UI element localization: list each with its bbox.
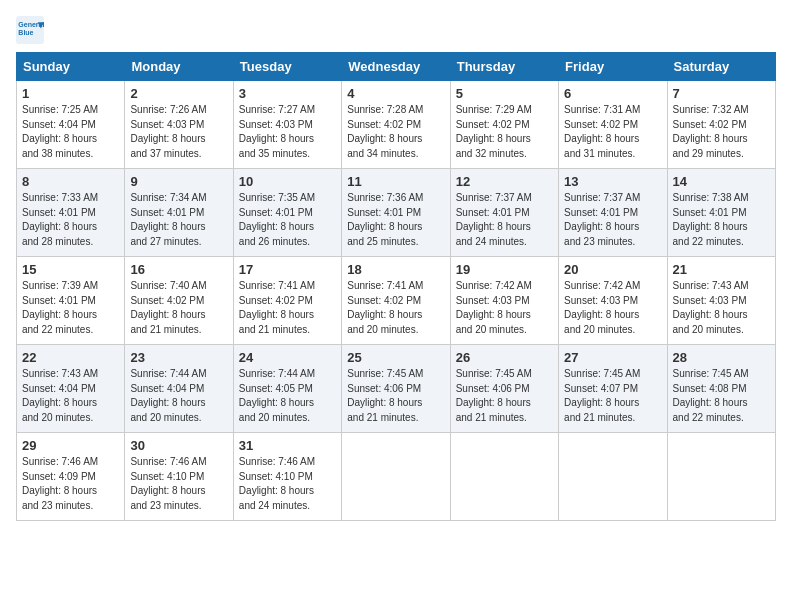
calendar-cell: 7Sunrise: 7:32 AMSunset: 4:02 PMDaylight…: [667, 81, 775, 169]
calendar-cell: 9Sunrise: 7:34 AMSunset: 4:01 PMDaylight…: [125, 169, 233, 257]
calendar-cell: 3Sunrise: 7:27 AMSunset: 4:03 PMDaylight…: [233, 81, 341, 169]
day-info: Sunrise: 7:32 AMSunset: 4:02 PMDaylight:…: [673, 103, 770, 161]
day-info: Sunrise: 7:45 AMSunset: 4:06 PMDaylight:…: [456, 367, 553, 425]
day-number: 23: [130, 350, 227, 365]
day-number: 10: [239, 174, 336, 189]
calendar-cell: 8Sunrise: 7:33 AMSunset: 4:01 PMDaylight…: [17, 169, 125, 257]
day-number: 28: [673, 350, 770, 365]
day-number: 19: [456, 262, 553, 277]
calendar-cell: 6Sunrise: 7:31 AMSunset: 4:02 PMDaylight…: [559, 81, 667, 169]
calendar-cell: 27Sunrise: 7:45 AMSunset: 4:07 PMDayligh…: [559, 345, 667, 433]
calendar-cell: 12Sunrise: 7:37 AMSunset: 4:01 PMDayligh…: [450, 169, 558, 257]
day-info: Sunrise: 7:37 AMSunset: 4:01 PMDaylight:…: [564, 191, 661, 249]
day-number: 18: [347, 262, 444, 277]
day-number: 9: [130, 174, 227, 189]
header-monday: Monday: [125, 53, 233, 81]
calendar-cell: 24Sunrise: 7:44 AMSunset: 4:05 PMDayligh…: [233, 345, 341, 433]
day-number: 7: [673, 86, 770, 101]
calendar-cell: [559, 433, 667, 521]
day-number: 4: [347, 86, 444, 101]
calendar-cell: 14Sunrise: 7:38 AMSunset: 4:01 PMDayligh…: [667, 169, 775, 257]
day-info: Sunrise: 7:29 AMSunset: 4:02 PMDaylight:…: [456, 103, 553, 161]
header-thursday: Thursday: [450, 53, 558, 81]
calendar-cell: 10Sunrise: 7:35 AMSunset: 4:01 PMDayligh…: [233, 169, 341, 257]
header-tuesday: Tuesday: [233, 53, 341, 81]
day-info: Sunrise: 7:33 AMSunset: 4:01 PMDaylight:…: [22, 191, 119, 249]
day-info: Sunrise: 7:25 AMSunset: 4:04 PMDaylight:…: [22, 103, 119, 161]
header-sunday: Sunday: [17, 53, 125, 81]
day-info: Sunrise: 7:42 AMSunset: 4:03 PMDaylight:…: [564, 279, 661, 337]
calendar-cell: 4Sunrise: 7:28 AMSunset: 4:02 PMDaylight…: [342, 81, 450, 169]
calendar-cell: 30Sunrise: 7:46 AMSunset: 4:10 PMDayligh…: [125, 433, 233, 521]
day-number: 30: [130, 438, 227, 453]
day-number: 14: [673, 174, 770, 189]
calendar-table: Sunday Monday Tuesday Wednesday Thursday…: [16, 52, 776, 521]
day-number: 11: [347, 174, 444, 189]
calendar-cell: 21Sunrise: 7:43 AMSunset: 4:03 PMDayligh…: [667, 257, 775, 345]
page-header: General Blue: [16, 16, 776, 44]
calendar-cell: 31Sunrise: 7:46 AMSunset: 4:10 PMDayligh…: [233, 433, 341, 521]
day-number: 20: [564, 262, 661, 277]
calendar-cell: 16Sunrise: 7:40 AMSunset: 4:02 PMDayligh…: [125, 257, 233, 345]
calendar-cell: 2Sunrise: 7:26 AMSunset: 4:03 PMDaylight…: [125, 81, 233, 169]
day-info: Sunrise: 7:44 AMSunset: 4:05 PMDaylight:…: [239, 367, 336, 425]
day-number: 3: [239, 86, 336, 101]
day-number: 8: [22, 174, 119, 189]
day-info: Sunrise: 7:45 AMSunset: 4:06 PMDaylight:…: [347, 367, 444, 425]
calendar-cell: [342, 433, 450, 521]
day-info: Sunrise: 7:46 AMSunset: 4:10 PMDaylight:…: [239, 455, 336, 513]
week-row-3: 15Sunrise: 7:39 AMSunset: 4:01 PMDayligh…: [17, 257, 776, 345]
calendar-cell: 13Sunrise: 7:37 AMSunset: 4:01 PMDayligh…: [559, 169, 667, 257]
header-friday: Friday: [559, 53, 667, 81]
day-number: 21: [673, 262, 770, 277]
day-info: Sunrise: 7:43 AMSunset: 4:03 PMDaylight:…: [673, 279, 770, 337]
day-info: Sunrise: 7:37 AMSunset: 4:01 PMDaylight:…: [456, 191, 553, 249]
calendar-cell: 28Sunrise: 7:45 AMSunset: 4:08 PMDayligh…: [667, 345, 775, 433]
day-info: Sunrise: 7:36 AMSunset: 4:01 PMDaylight:…: [347, 191, 444, 249]
calendar-cell: 26Sunrise: 7:45 AMSunset: 4:06 PMDayligh…: [450, 345, 558, 433]
day-number: 1: [22, 86, 119, 101]
day-info: Sunrise: 7:35 AMSunset: 4:01 PMDaylight:…: [239, 191, 336, 249]
day-info: Sunrise: 7:28 AMSunset: 4:02 PMDaylight:…: [347, 103, 444, 161]
day-info: Sunrise: 7:39 AMSunset: 4:01 PMDaylight:…: [22, 279, 119, 337]
day-number: 17: [239, 262, 336, 277]
day-info: Sunrise: 7:43 AMSunset: 4:04 PMDaylight:…: [22, 367, 119, 425]
svg-text:Blue: Blue: [18, 29, 33, 36]
day-number: 5: [456, 86, 553, 101]
day-number: 16: [130, 262, 227, 277]
week-row-2: 8Sunrise: 7:33 AMSunset: 4:01 PMDaylight…: [17, 169, 776, 257]
calendar-cell: 17Sunrise: 7:41 AMSunset: 4:02 PMDayligh…: [233, 257, 341, 345]
logo: General Blue: [16, 16, 46, 44]
calendar-cell: 22Sunrise: 7:43 AMSunset: 4:04 PMDayligh…: [17, 345, 125, 433]
logo-icon: General Blue: [16, 16, 44, 44]
week-row-1: 1Sunrise: 7:25 AMSunset: 4:04 PMDaylight…: [17, 81, 776, 169]
calendar-cell: 25Sunrise: 7:45 AMSunset: 4:06 PMDayligh…: [342, 345, 450, 433]
calendar-cell: 1Sunrise: 7:25 AMSunset: 4:04 PMDaylight…: [17, 81, 125, 169]
calendar-cell: 18Sunrise: 7:41 AMSunset: 4:02 PMDayligh…: [342, 257, 450, 345]
day-info: Sunrise: 7:40 AMSunset: 4:02 PMDaylight:…: [130, 279, 227, 337]
day-info: Sunrise: 7:42 AMSunset: 4:03 PMDaylight:…: [456, 279, 553, 337]
day-info: Sunrise: 7:31 AMSunset: 4:02 PMDaylight:…: [564, 103, 661, 161]
calendar-cell: [450, 433, 558, 521]
day-number: 24: [239, 350, 336, 365]
day-number: 22: [22, 350, 119, 365]
day-info: Sunrise: 7:44 AMSunset: 4:04 PMDaylight:…: [130, 367, 227, 425]
day-number: 2: [130, 86, 227, 101]
day-info: Sunrise: 7:45 AMSunset: 4:08 PMDaylight:…: [673, 367, 770, 425]
header-row: Sunday Monday Tuesday Wednesday Thursday…: [17, 53, 776, 81]
calendar-cell: 23Sunrise: 7:44 AMSunset: 4:04 PMDayligh…: [125, 345, 233, 433]
day-number: 26: [456, 350, 553, 365]
day-number: 29: [22, 438, 119, 453]
week-row-4: 22Sunrise: 7:43 AMSunset: 4:04 PMDayligh…: [17, 345, 776, 433]
day-info: Sunrise: 7:38 AMSunset: 4:01 PMDaylight:…: [673, 191, 770, 249]
day-info: Sunrise: 7:46 AMSunset: 4:10 PMDaylight:…: [130, 455, 227, 513]
day-number: 27: [564, 350, 661, 365]
day-number: 6: [564, 86, 661, 101]
day-info: Sunrise: 7:27 AMSunset: 4:03 PMDaylight:…: [239, 103, 336, 161]
calendar-cell: [667, 433, 775, 521]
day-number: 12: [456, 174, 553, 189]
day-info: Sunrise: 7:26 AMSunset: 4:03 PMDaylight:…: [130, 103, 227, 161]
day-info: Sunrise: 7:41 AMSunset: 4:02 PMDaylight:…: [239, 279, 336, 337]
calendar-cell: 20Sunrise: 7:42 AMSunset: 4:03 PMDayligh…: [559, 257, 667, 345]
day-info: Sunrise: 7:45 AMSunset: 4:07 PMDaylight:…: [564, 367, 661, 425]
